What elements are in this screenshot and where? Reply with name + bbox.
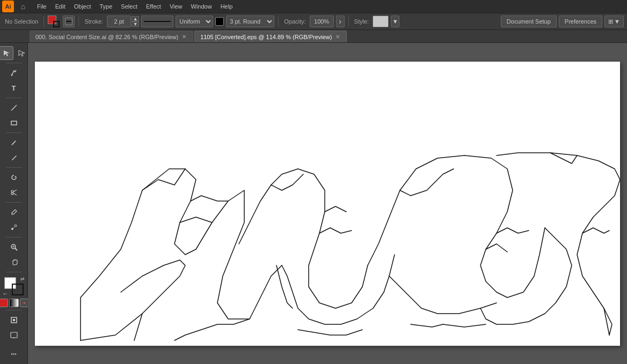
svg-point-4 [11,190,13,192]
style-preview[interactable] [373,16,389,27]
more-tools-btn[interactable]: ••• [7,347,21,361]
eyedropper-tool[interactable] [7,205,21,219]
arrange-dropdown-icon: ▼ [614,18,620,25]
more-tools-icon: ••• [11,351,17,357]
svg-line-6 [13,190,17,192]
arrange-icon: ⊞ [608,18,613,25]
stroke-color-btn[interactable] [63,16,75,27]
main-area: T [0,43,627,364]
text-tool-icon: T [12,84,16,92]
svg-line-7 [13,193,17,195]
stroke-color-box[interactable] [12,284,24,295]
preferences-button[interactable]: Preferences [559,16,602,27]
arrange-button[interactable]: ⊞ ▼ [604,16,624,27]
menu-effect[interactable]: Effect [142,2,165,11]
selection-tool[interactable] [0,46,13,60]
menu-object[interactable]: Object [70,2,95,11]
svg-point-5 [11,192,13,195]
tool-sep-2 [6,98,22,98]
stroke-spinner: ▲ ▼ [107,16,139,27]
stroke-up-arrow[interactable]: ▲ [132,16,139,21]
color-tools-group: ⇄ ↩ ✕ [0,277,30,307]
menu-view[interactable]: View [166,2,186,11]
opacity-more-btn[interactable]: › [336,16,345,27]
menu-edit[interactable]: Edit [52,2,69,11]
stroke-style-select[interactable]: Uniform Variable Width [176,16,213,27]
canvas-area[interactable] [28,43,627,364]
fill-stroke-display[interactable]: ⇄ ↩ [4,277,24,295]
fill-indicator[interactable] [48,16,60,27]
toolbox: T [0,43,28,364]
stroke-cap-select[interactable]: 3 pt. Round 1 pt. Round 2 pt. Round [226,16,274,27]
stroke-value-input[interactable] [107,16,131,27]
style-label: Style: [353,18,371,25]
menu-bar: Ai ⌂ File Edit Object Type Select Effect… [0,0,627,13]
svg-rect-17 [11,332,17,338]
direct-selection-tool[interactable] [14,46,28,60]
line-tool[interactable] [7,101,21,115]
menu-type[interactable]: Type [96,2,116,11]
stroke-color-swatch[interactable] [215,17,224,26]
tool-sep-3 [6,132,22,133]
rectangle-tool[interactable] [7,116,21,130]
home-icon[interactable]: ⌂ [17,1,29,12]
stroke-style-preview[interactable] [141,16,173,27]
opacity-input[interactable] [310,16,334,27]
stroke-spinner-arrows[interactable]: ▲ ▼ [132,16,139,27]
app-logo: Ai [2,1,14,12]
screen-mode-btn[interactable] [7,328,21,342]
pen-tool[interactable] [7,66,21,80]
tab-label-2: 1105 [Converted].eps @ 114.89 % (RGB/Pre… [200,34,332,40]
tab-converted-eps[interactable]: 1105 [Converted].eps @ 114.89 % (RGB/Pre… [194,31,347,42]
svg-rect-2 [11,121,17,125]
divider-2 [78,16,79,27]
tool-bottom-spacer: ••• [7,347,21,364]
tool-sep-1 [6,63,22,63]
stroke-down-arrow[interactable]: ▼ [132,21,139,27]
color-mode-btn[interactable] [0,299,8,307]
stroke-label: Stroke: [83,18,105,25]
pencil-tool[interactable] [7,151,21,165]
svg-point-0 [11,75,12,76]
color-mode-group: ✕ [0,299,30,307]
blend-tool[interactable] [7,220,21,234]
swap-colors-icon[interactable]: ⇄ [20,276,25,281]
document-setup-button[interactable]: Document Setup [501,16,557,27]
paintbrush-tool[interactable] [7,136,21,150]
svg-line-11 [13,226,15,228]
rotate-tool[interactable] [7,170,21,184]
gradient-mode-btn[interactable] [9,299,19,307]
tab-social-content[interactable]: 000. Social Content Size.ai @ 82.26 % (R… [30,31,193,42]
divider-4 [348,16,349,27]
tab-label-1: 000. Social Content Size.ai @ 82.26 % (R… [35,34,178,40]
style-dropdown-btn[interactable]: ▼ [391,16,399,27]
tool-sep-5 [6,202,22,203]
svg-line-13 [15,248,17,250]
hand-tool[interactable] [7,255,21,269]
tool-sep-6 [6,237,22,237]
tab-close-2[interactable]: ✕ [334,34,341,40]
menu-window[interactable]: Window [187,2,216,11]
menu-select[interactable]: Select [117,2,141,11]
tool-sep-4 [6,167,22,168]
scissors-tool[interactable] [7,185,21,199]
draw-mode-btn[interactable] [7,313,21,327]
text-tool[interactable]: T [7,81,21,95]
default-colors-icon[interactable]: ↩ [3,292,7,296]
control-toolbar: No Selection Stroke: ▲ ▼ Uniform Variabl… [0,13,627,30]
svg-line-1 [11,105,17,110]
artboard [35,62,620,346]
svg-line-3 [12,160,12,160]
menu-help[interactable]: Help [217,2,237,11]
selection-tools-group [0,46,28,60]
tabs-bar: 000. Social Content Size.ai @ 82.26 % (R… [0,30,627,43]
tab-close-1[interactable]: ✕ [181,34,187,40]
zoom-tool[interactable] [7,240,21,254]
artwork-svg [35,62,620,346]
tool-sep-8 [6,310,22,310]
svg-point-10 [14,225,17,227]
opacity-label: Opacity: [282,18,307,25]
selection-label: No Selection [3,18,40,25]
menu-file[interactable]: File [33,2,50,11]
tool-sep-7 [6,272,22,272]
